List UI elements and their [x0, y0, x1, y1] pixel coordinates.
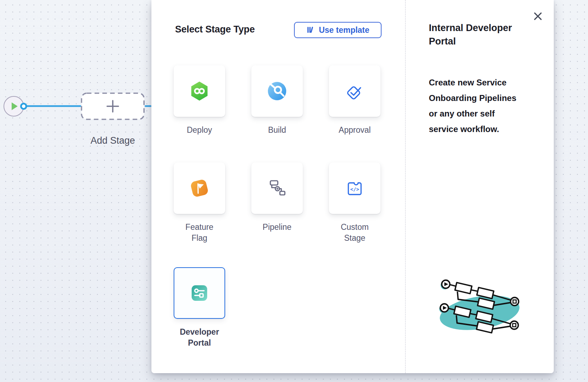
- code-glyph: </>: [350, 186, 359, 192]
- close-icon: [533, 11, 543, 22]
- stage-label: Developer Portal: [178, 327, 221, 348]
- dashed-box: [81, 92, 145, 120]
- stage-label: Feature Flag: [178, 222, 221, 244]
- pipeline-stages-icon: [266, 177, 288, 199]
- play-icon: [12, 102, 18, 110]
- stage-cell-custom-stage: </> Custom Stage: [329, 162, 380, 244]
- stage-label: Approval: [339, 125, 371, 136]
- stage-tile-build[interactable]: [251, 65, 303, 117]
- close-button[interactable]: [532, 11, 544, 22]
- stage-cell-build: Build: [251, 65, 303, 136]
- stage-cell-deploy: Deploy: [174, 65, 225, 136]
- stage-tile-approval[interactable]: [329, 65, 380, 117]
- stage-tile-feature-flag[interactable]: [174, 162, 225, 214]
- pipeline-edge: [25, 105, 81, 107]
- dialog-title: Select Stage Type: [175, 24, 255, 35]
- stage-details-panel: Internal Developer Portal Create new Ser…: [405, 0, 554, 373]
- approval-check-icon: [343, 80, 366, 102]
- cd-deploy-icon: [188, 80, 211, 102]
- select-stage-dialog: Select Stage Type Use template: [151, 0, 554, 373]
- pipeline-edge: [145, 105, 151, 107]
- stage-type-section: Select Stage Type Use template: [151, 0, 405, 373]
- stage-cell-approval: Approval: [329, 65, 380, 136]
- ci-build-icon: [266, 80, 288, 102]
- developer-portal-icon: [188, 282, 211, 304]
- stage-label: Deploy: [187, 125, 212, 136]
- template-library-icon: [306, 26, 314, 34]
- stage-cell-feature-flag: Feature Flag: [174, 162, 225, 244]
- feature-flag-icon: [188, 177, 211, 199]
- add-stage-node[interactable]: [81, 92, 145, 120]
- stage-tile-developer-portal[interactable]: [174, 267, 225, 319]
- edge-connector-dot: [20, 103, 27, 110]
- stage-tile-pipeline[interactable]: [251, 162, 303, 214]
- details-title: Internal Developer Portal: [429, 21, 535, 48]
- use-template-button[interactable]: Use template: [294, 22, 382, 38]
- pipelines-illustration: [437, 271, 522, 338]
- stage-cell-pipeline: Pipeline: [251, 162, 303, 233]
- stage-label: Build: [268, 125, 286, 136]
- stage-label: Pipeline: [263, 222, 292, 233]
- stage-tile-deploy[interactable]: [174, 65, 225, 117]
- use-template-label: Use template: [319, 25, 369, 35]
- stage-cell-developer-portal: Developer Portal: [174, 267, 225, 348]
- add-stage-label: Add Stage: [81, 135, 145, 146]
- stage-tile-custom-stage[interactable]: </>: [329, 162, 380, 214]
- custom-stage-code-icon: </>: [343, 177, 366, 199]
- details-description: Create new Service Onboarding Pipelines …: [429, 75, 523, 137]
- stage-label: Custom Stage: [333, 222, 377, 244]
